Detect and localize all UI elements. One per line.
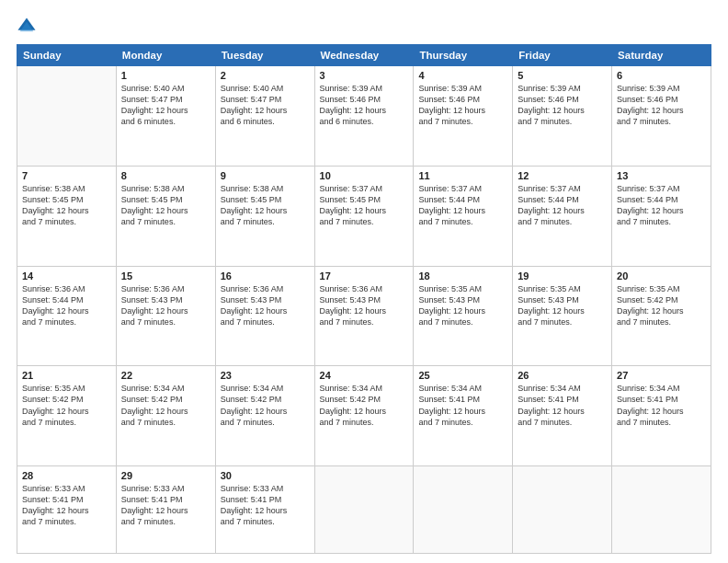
weekday-header-thursday: Thursday [414,45,513,66]
day-info: Sunrise: 5:36 AM Sunset: 5:43 PM Dayligh… [121,283,210,328]
day-info: Sunrise: 5:36 AM Sunset: 5:43 PM Dayligh… [221,283,310,328]
week-row-4: 21 Sunrise: 5:35 AM Sunset: 5:42 PM Dayl… [17,366,711,466]
weekday-header-sunday: Sunday [17,45,117,66]
day-number: 16 [221,270,310,282]
day-cell: 3 Sunrise: 5:39 AM Sunset: 5:46 PM Dayli… [314,66,414,167]
day-cell: 17 Sunrise: 5:36 AM Sunset: 5:43 PM Dayl… [314,266,414,366]
day-info: Sunrise: 5:38 AM Sunset: 5:45 PM Dayligh… [22,183,111,228]
day-info: Sunrise: 5:36 AM Sunset: 5:43 PM Dayligh… [320,283,409,328]
day-info: Sunrise: 5:34 AM Sunset: 5:41 PM Dayligh… [617,383,706,428]
day-number: 18 [418,270,507,282]
day-info: Sunrise: 5:39 AM Sunset: 5:46 PM Dayligh… [418,83,507,128]
day-cell: 6 Sunrise: 5:39 AM Sunset: 5:46 PM Dayli… [612,66,711,167]
day-number: 10 [320,170,409,181]
day-cell: 1 Sunrise: 5:40 AM Sunset: 5:47 PM Dayli… [116,66,215,167]
day-number: 28 [22,470,111,481]
logo-icon [17,17,37,37]
day-cell: 10 Sunrise: 5:37 AM Sunset: 5:45 PM Dayl… [314,166,414,266]
day-number: 30 [221,470,310,481]
day-cell: 14 Sunrise: 5:36 AM Sunset: 5:44 PM Dayl… [17,266,117,366]
day-cell: 5 Sunrise: 5:39 AM Sunset: 5:46 PM Dayli… [513,66,612,167]
day-cell: 19 Sunrise: 5:35 AM Sunset: 5:43 PM Dayl… [513,266,612,366]
day-number: 20 [617,270,706,282]
day-cell [314,466,414,554]
week-row-2: 7 Sunrise: 5:38 AM Sunset: 5:45 PM Dayli… [17,166,711,266]
weekday-header-row: SundayMondayTuesdayWednesdayThursdayFrid… [17,45,711,66]
day-number: 15 [121,270,210,282]
day-number: 25 [418,370,507,381]
day-cell: 8 Sunrise: 5:38 AM Sunset: 5:45 PM Dayli… [116,166,215,266]
day-number: 26 [518,370,607,381]
day-number: 11 [418,170,507,181]
day-number: 3 [320,70,409,81]
day-cell: 18 Sunrise: 5:35 AM Sunset: 5:43 PM Dayl… [414,266,513,366]
day-info: Sunrise: 5:40 AM Sunset: 5:47 PM Dayligh… [221,83,310,128]
day-cell: 7 Sunrise: 5:38 AM Sunset: 5:45 PM Dayli… [17,166,117,266]
day-number: 27 [617,370,706,381]
day-cell: 29 Sunrise: 5:33 AM Sunset: 5:41 PM Dayl… [116,466,215,554]
day-cell [612,466,711,554]
day-cell: 2 Sunrise: 5:40 AM Sunset: 5:47 PM Dayli… [215,66,314,167]
day-number: 6 [617,70,706,81]
day-number: 21 [22,370,111,381]
day-info: Sunrise: 5:34 AM Sunset: 5:41 PM Dayligh… [418,383,507,428]
day-info: Sunrise: 5:33 AM Sunset: 5:41 PM Dayligh… [22,483,111,528]
day-info: Sunrise: 5:37 AM Sunset: 5:44 PM Dayligh… [418,183,507,228]
day-info: Sunrise: 5:35 AM Sunset: 5:42 PM Dayligh… [22,383,111,428]
day-info: Sunrise: 5:38 AM Sunset: 5:45 PM Dayligh… [121,183,210,228]
day-number: 1 [121,70,210,81]
day-info: Sunrise: 5:34 AM Sunset: 5:41 PM Dayligh… [518,383,607,428]
day-cell: 27 Sunrise: 5:34 AM Sunset: 5:41 PM Dayl… [612,366,711,466]
weekday-header-saturday: Saturday [612,45,711,66]
weekday-header-wednesday: Wednesday [314,45,414,66]
day-cell: 30 Sunrise: 5:33 AM Sunset: 5:41 PM Dayl… [215,466,314,554]
weekday-header-friday: Friday [513,45,612,66]
day-cell [414,466,513,554]
day-cell: 24 Sunrise: 5:34 AM Sunset: 5:42 PM Dayl… [314,366,414,466]
day-info: Sunrise: 5:35 AM Sunset: 5:42 PM Dayligh… [617,283,706,328]
day-info: Sunrise: 5:39 AM Sunset: 5:46 PM Dayligh… [518,83,607,128]
day-number: 8 [121,170,210,181]
day-info: Sunrise: 5:33 AM Sunset: 5:41 PM Dayligh… [121,483,210,528]
weekday-header-tuesday: Tuesday [215,45,314,66]
day-number: 13 [617,170,706,181]
day-number: 22 [121,370,210,381]
day-cell: 15 Sunrise: 5:36 AM Sunset: 5:43 PM Dayl… [116,266,215,366]
day-info: Sunrise: 5:36 AM Sunset: 5:44 PM Dayligh… [22,283,111,328]
week-row-3: 14 Sunrise: 5:36 AM Sunset: 5:44 PM Dayl… [17,266,711,366]
day-cell: 9 Sunrise: 5:38 AM Sunset: 5:45 PM Dayli… [215,166,314,266]
day-info: Sunrise: 5:34 AM Sunset: 5:42 PM Dayligh… [121,383,210,428]
day-number: 24 [320,370,409,381]
day-cell: 21 Sunrise: 5:35 AM Sunset: 5:42 PM Dayl… [17,366,117,466]
day-cell: 16 Sunrise: 5:36 AM Sunset: 5:43 PM Dayl… [215,266,314,366]
day-number: 2 [221,70,310,81]
week-row-5: 28 Sunrise: 5:33 AM Sunset: 5:41 PM Dayl… [17,466,711,554]
day-info: Sunrise: 5:35 AM Sunset: 5:43 PM Dayligh… [518,283,607,328]
day-info: Sunrise: 5:39 AM Sunset: 5:46 PM Dayligh… [320,83,409,128]
day-info: Sunrise: 5:38 AM Sunset: 5:45 PM Dayligh… [221,183,310,228]
day-info: Sunrise: 5:34 AM Sunset: 5:42 PM Dayligh… [221,383,310,428]
day-cell: 23 Sunrise: 5:34 AM Sunset: 5:42 PM Dayl… [215,366,314,466]
day-cell: 25 Sunrise: 5:34 AM Sunset: 5:41 PM Dayl… [414,366,513,466]
logo [17,17,40,37]
weekday-header-monday: Monday [116,45,215,66]
day-info: Sunrise: 5:39 AM Sunset: 5:46 PM Dayligh… [617,83,706,128]
header [17,17,711,37]
day-cell: 20 Sunrise: 5:35 AM Sunset: 5:42 PM Dayl… [612,266,711,366]
day-number: 9 [221,170,310,181]
calendar-table: SundayMondayTuesdayWednesdayThursdayFrid… [17,44,711,554]
week-row-1: 1 Sunrise: 5:40 AM Sunset: 5:47 PM Dayli… [17,66,711,167]
day-cell: 11 Sunrise: 5:37 AM Sunset: 5:44 PM Dayl… [414,166,513,266]
day-cell [17,66,117,167]
day-number: 7 [22,170,111,181]
day-number: 19 [518,270,607,282]
day-cell: 26 Sunrise: 5:34 AM Sunset: 5:41 PM Dayl… [513,366,612,466]
day-info: Sunrise: 5:33 AM Sunset: 5:41 PM Dayligh… [221,483,310,528]
day-cell [513,466,612,554]
day-info: Sunrise: 5:35 AM Sunset: 5:43 PM Dayligh… [418,283,507,328]
day-cell: 13 Sunrise: 5:37 AM Sunset: 5:44 PM Dayl… [612,166,711,266]
day-number: 5 [518,70,607,81]
day-info: Sunrise: 5:37 AM Sunset: 5:45 PM Dayligh… [320,183,409,228]
day-number: 14 [22,270,111,282]
day-info: Sunrise: 5:37 AM Sunset: 5:44 PM Dayligh… [617,183,706,228]
